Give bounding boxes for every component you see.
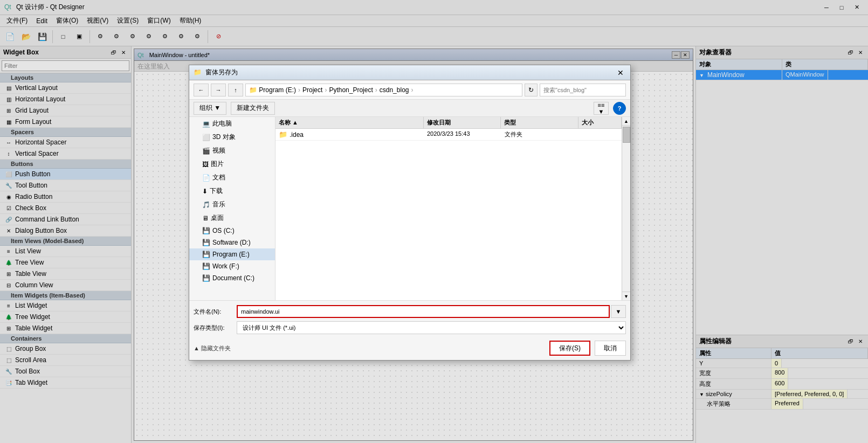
file-col-size[interactable]: 大小 <box>578 117 622 128</box>
sidebar-3d-label: 3D 对象 <box>212 133 236 142</box>
file-col-date[interactable]: 修改日期 <box>424 117 501 128</box>
hide-folders-row: ▲ 隐藏文件夹 <box>194 344 231 352</box>
e-drive-icon: 💾 <box>202 251 210 258</box>
doc-drive-icon: 💾 <box>202 274 210 282</box>
c-drive-icon: 💾 <box>202 227 210 234</box>
3d-icon: ⬜ <box>202 134 210 141</box>
file-list: 📁 .idea 2020/3/23 15:43 文件夹 <box>275 129 622 300</box>
sidebar-doc-drive-label: Document (C:) <box>212 274 254 282</box>
sidebar-item-music[interactable]: 🎵 音乐 <box>189 198 275 211</box>
pictures-icon: 🖼 <box>202 161 209 168</box>
sidebar-music-label: 音乐 <box>212 200 225 209</box>
save-dialog: 📁 窗体另存为 ✕ ← → ↑ 📁 Program (E:) › Project… <box>189 65 631 361</box>
file-row-idea[interactable]: 📁 .idea 2020/3/23 15:43 文件夹 <box>275 129 622 141</box>
filename-dropdown-button[interactable]: ▼ <box>611 305 626 318</box>
dialog-title-bar: 📁 窗体另存为 ✕ <box>189 65 630 80</box>
dialog-up-button[interactable]: ↑ <box>228 84 243 96</box>
music-icon: 🎵 <box>202 201 210 209</box>
breadcrumb-sep-4: › <box>411 86 413 94</box>
sidebar-d-drive-label: Software (D:) <box>212 239 251 246</box>
organize-label: 组织 ▼ <box>199 103 221 113</box>
dialog-forward-button[interactable]: → <box>211 84 226 96</box>
sidebar-pictures-label: 图片 <box>211 160 224 169</box>
scroll-thumb[interactable] <box>623 127 630 143</box>
folder-icon: 📁 <box>279 130 287 139</box>
hide-folders-label: ▲ 隐藏文件夹 <box>194 344 231 352</box>
filename-label: 文件名(N): <box>194 308 237 316</box>
filetype-row: 保存类型(I): 设计师 UI 文件 (*.ui) <box>194 321 626 334</box>
refresh-button[interactable]: ↻ <box>525 84 538 96</box>
save-dialog-button[interactable]: 保存(S) <box>549 341 590 356</box>
dialog-close-button[interactable]: ✕ <box>615 67 626 78</box>
sidebar-item-e-drive[interactable]: 💾 Program (E:) <box>189 248 275 260</box>
scroll-up-button[interactable]: ▲ <box>622 117 630 126</box>
breadcrumb-item-3: Python_Project <box>329 86 373 94</box>
sidebar-video-label: 视频 <box>212 146 225 155</box>
dialog-file-area: 名称 ▲ 修改日期 类型 大小 📁 .idea 2020/3/23 15:43 … <box>275 117 622 300</box>
file-list-header: 名称 ▲ 修改日期 类型 大小 <box>275 117 622 129</box>
sidebar-item-documents[interactable]: 📄 文档 <box>189 171 275 184</box>
sidebar-documents-label: 文档 <box>212 173 225 182</box>
breadcrumb-sep-2: › <box>325 86 327 94</box>
sidebar-downloads-label: 下载 <box>210 186 223 196</box>
video-icon: 🎬 <box>202 147 210 155</box>
breadcrumb-sep-1: › <box>298 86 300 94</box>
dialog-breadcrumb: 📁 Program (E:) › Project › Python_Projec… <box>245 84 522 96</box>
dialog-toolbar: ← → ↑ 📁 Program (E:) › Project › Python_… <box>189 80 630 100</box>
sidebar-f-drive-label: Work (F:) <box>212 262 239 270</box>
d-drive-icon: 💾 <box>202 239 210 246</box>
filetype-label: 保存类型(I): <box>194 324 237 332</box>
sidebar-item-doc-drive[interactable]: 💾 Document (C:) <box>189 272 275 284</box>
help-button[interactable]: ? <box>613 102 626 115</box>
filename-row: 文件名(N): ▼ <box>194 305 626 318</box>
sidebar-item-pictures[interactable]: 🖼 图片 <box>189 157 275 171</box>
dialog-bottom: 文件名(N): ▼ 保存类型(I): 设计师 UI 文件 (*.ui) ▲ 隐藏… <box>189 300 630 360</box>
desktop-icon: 🖥 <box>202 214 209 222</box>
sidebar-item-video[interactable]: 🎬 视频 <box>189 144 275 157</box>
file-col-name[interactable]: 名称 ▲ <box>275 117 424 128</box>
sidebar-item-this-pc[interactable]: 💻 此电脑 <box>189 117 275 130</box>
sidebar-c-drive-label: OS (C:) <box>212 227 235 234</box>
file-name-idea-text: .idea <box>290 131 304 139</box>
dialog-sidebar: 💻 此电脑 ⬜ 3D 对象 🎬 视频 🖼 图片 📄 文档 <box>189 117 275 300</box>
filetype-select[interactable]: 设计师 UI 文件 (*.ui) <box>237 321 626 334</box>
scroll-down-button[interactable]: ▼ <box>622 292 630 300</box>
sidebar-this-pc-label: 此电脑 <box>212 119 232 128</box>
dialog-content: 💻 此电脑 ⬜ 3D 对象 🎬 视频 🖼 图片 📄 文档 <box>189 117 630 300</box>
dialog-scrollbar: ▲ ▼ <box>622 117 630 300</box>
dialog-back-button[interactable]: ← <box>194 84 209 96</box>
sidebar-e-drive-label: Program (E:) <box>212 251 250 258</box>
f-drive-icon: 💾 <box>202 262 210 270</box>
view-button[interactable]: ≡≡ ▼ <box>594 102 609 115</box>
dialog-overlay: 📁 窗体另存为 ✕ ← → ↑ 📁 Program (E:) › Project… <box>0 0 868 443</box>
file-type-idea: 文件夹 <box>501 129 579 140</box>
breadcrumb-sep-3: › <box>375 86 377 94</box>
documents-icon: 📄 <box>202 174 210 182</box>
dialog-title-icon: 📁 <box>194 68 202 77</box>
new-folder-button[interactable]: 新建文件夹 <box>231 102 275 115</box>
sidebar-item-downloads[interactable]: ⬇ 下载 <box>189 184 275 198</box>
sidebar-desktop-label: 桌面 <box>211 213 224 223</box>
sidebar-item-f-drive[interactable]: 💾 Work (F:) <box>189 260 275 272</box>
breadcrumb-item-4: csdn_blog <box>380 86 409 94</box>
file-col-type[interactable]: 类型 <box>501 117 578 128</box>
dialog-actions: ▲ 隐藏文件夹 保存(S) 取消 <box>194 338 626 356</box>
this-pc-icon: 💻 <box>202 120 210 128</box>
organize-button[interactable]: 组织 ▼ <box>194 102 226 115</box>
dialog-title-text: 窗体另存为 <box>205 68 615 77</box>
sidebar-item-3d[interactable]: ⬜ 3D 对象 <box>189 130 275 144</box>
cancel-dialog-button[interactable]: 取消 <box>595 341 626 356</box>
dialog-search-input[interactable] <box>540 84 626 96</box>
filename-input[interactable] <box>237 305 610 318</box>
dialog-action-bar: 组织 ▼ 新建文件夹 ≡≡ ▼ ? <box>189 100 630 117</box>
downloads-icon: ⬇ <box>202 188 208 195</box>
file-date-idea: 2020/3/23 15:43 <box>424 129 501 140</box>
breadcrumb-item-1: 📁 Program (E:) <box>249 86 296 94</box>
sidebar-item-c-drive[interactable]: 💾 OS (C:) <box>189 225 275 237</box>
new-folder-label: 新建文件夹 <box>237 103 269 113</box>
breadcrumb-item-2: Project <box>302 86 322 94</box>
file-name-idea: 📁 .idea <box>275 129 424 140</box>
sidebar-item-d-drive[interactable]: 💾 Software (D:) <box>189 237 275 248</box>
file-size-idea <box>578 129 622 140</box>
sidebar-item-desktop[interactable]: 🖥 桌面 <box>189 211 275 225</box>
